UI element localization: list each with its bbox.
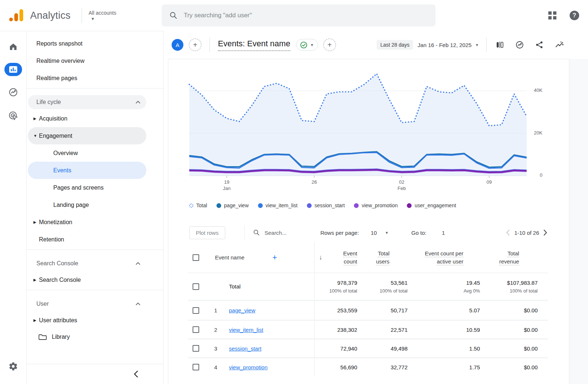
sidebar-item-realtime-overview[interactable]: Realtime overview xyxy=(26,52,163,69)
topbar-divider xyxy=(82,8,82,23)
home-icon[interactable] xyxy=(4,39,22,54)
sidebar-item-events[interactable]: Events xyxy=(28,162,146,179)
column-header-total-revenue[interactable]: Total revenue xyxy=(499,250,519,266)
row-checkbox[interactable] xyxy=(193,307,199,314)
y-axis-label: 40K xyxy=(530,87,542,93)
sidebar-item-acquisition[interactable]: ▶ Acquisition xyxy=(28,110,146,127)
goto-page-input[interactable]: 1 xyxy=(442,230,445,236)
legend-item-view_promotion[interactable]: view_promotion xyxy=(354,202,398,208)
column-header-total-users[interactable]: Total users xyxy=(376,250,390,266)
chevron-up-icon xyxy=(136,302,140,305)
advertising-icon[interactable] xyxy=(4,108,22,123)
date-range-value[interactable]: Jan 16 - Feb 12, 2025 xyxy=(417,42,472,48)
legend-item-page_view[interactable]: page_view xyxy=(216,202,249,208)
x-axis-label: 19Jan xyxy=(212,179,241,191)
sidebar-item-pages-and-screens[interactable]: Pages and screens xyxy=(28,179,146,196)
help-icon[interactable]: ? xyxy=(570,11,579,20)
event-link[interactable]: session_start xyxy=(229,345,261,352)
insights-circle-icon[interactable] xyxy=(515,40,524,49)
admin-gear-icon[interactable] xyxy=(4,359,22,374)
column-header-event-count[interactable]: Event count xyxy=(322,250,357,266)
legend-label: Total xyxy=(196,202,207,208)
row-checkbox[interactable] xyxy=(193,326,199,333)
main-content: A + Events: Event name ▼ + Last 28 days … xyxy=(164,31,588,384)
total-users: 53,561 xyxy=(358,280,408,286)
column-header-event-count-per-active-user[interactable]: Event count per active user xyxy=(425,250,463,266)
chevron-down-icon[interactable]: ▼ xyxy=(475,43,479,47)
sidebar-item-overview[interactable]: Overview xyxy=(28,144,146,162)
reports-icon[interactable] xyxy=(4,63,22,76)
sidebar-item-library[interactable]: Library xyxy=(26,329,163,345)
folder-icon xyxy=(39,334,47,340)
legend-label: session_start xyxy=(315,202,345,208)
event-link[interactable]: view_promotion xyxy=(229,364,268,370)
page-title[interactable]: Events: Event name xyxy=(218,39,290,51)
account-switcher-label: All accounts xyxy=(89,10,116,16)
table-search-input[interactable] xyxy=(265,230,305,236)
chart-svg xyxy=(188,64,529,179)
caret-right-icon: ▶ xyxy=(28,116,39,121)
table-search[interactable] xyxy=(253,229,305,236)
sidebar-item-user-attributes[interactable]: ▶ User attributes xyxy=(28,312,146,329)
legend-item-view_item_list[interactable]: view_item_list xyxy=(258,202,298,208)
sort-descending-icon[interactable]: ↓ xyxy=(315,254,322,261)
legend-item-session_start[interactable]: session_start xyxy=(307,202,345,208)
avatar[interactable]: A xyxy=(172,39,183,51)
add-column-button[interactable]: + xyxy=(272,253,277,262)
row-checkbox[interactable] xyxy=(193,364,199,370)
next-page-icon[interactable] xyxy=(543,229,548,236)
share-icon[interactable] xyxy=(535,40,544,49)
y-axis-label: 0 xyxy=(530,172,542,178)
table-total-row: Total 978,379 100% of total 53,561 100% … xyxy=(188,273,548,301)
add-comparison-button[interactable]: + xyxy=(189,39,201,51)
legend-swatch xyxy=(189,204,193,208)
select-all-checkbox[interactable] xyxy=(193,254,199,261)
sidebar-item-search-console[interactable]: ▶ Search Console xyxy=(28,271,146,288)
plot-rows-button[interactable]: Plot rows xyxy=(189,226,225,239)
section-search-console[interactable]: Search Console xyxy=(28,256,146,270)
column-header-event-name[interactable]: Event name xyxy=(215,254,244,261)
row-checkbox[interactable] xyxy=(193,283,199,290)
explore-icon[interactable] xyxy=(4,85,22,100)
divider xyxy=(209,38,210,52)
caret-right-icon: ▶ xyxy=(28,318,39,322)
chevron-down-icon[interactable]: ▼ xyxy=(385,231,388,235)
legend-item-user_engagement[interactable]: user_engagement xyxy=(407,202,456,208)
divider xyxy=(26,250,163,250)
row-checkbox[interactable] xyxy=(193,345,199,352)
sidebar-item-realtime-pages[interactable]: Realtime pages xyxy=(26,69,163,87)
rows-per-page-select[interactable]: 10 xyxy=(371,230,377,236)
table-header-row: Event name + ↓ Event count Tot xyxy=(188,242,548,273)
sidebar-item-monetization[interactable]: ▶ Monetization xyxy=(28,213,146,231)
total-area-fill xyxy=(189,74,527,176)
x-axis-label: 02Feb xyxy=(387,179,416,191)
caret-right-icon: ▶ xyxy=(28,220,39,224)
report-status-pill[interactable]: ▼ xyxy=(296,39,318,51)
legend-item-Total[interactable]: Total xyxy=(189,202,207,208)
event-link[interactable]: view_item_list xyxy=(229,327,263,333)
legend-label: view_promotion xyxy=(362,202,398,208)
add-report-button[interactable]: + xyxy=(323,39,336,51)
x-axis-label: 09 xyxy=(474,179,504,185)
sidebar-item-retention[interactable]: Retention xyxy=(28,231,146,248)
rows-per-page-label: Rows per page: xyxy=(320,230,359,236)
global-search[interactable] xyxy=(162,4,435,26)
account-switcher[interactable]: All accounts ▼ xyxy=(89,10,116,21)
date-range-chip: Last 28 days xyxy=(377,40,413,50)
google-apps-grid-icon[interactable] xyxy=(548,11,556,19)
sidebar-item-engagement[interactable]: ▼ Engagement xyxy=(28,127,146,144)
global-search-input[interactable] xyxy=(184,12,419,19)
comparison-icon[interactable] xyxy=(495,40,504,49)
total-event-count-per-active-user: 19.45 xyxy=(408,280,480,286)
section-life-cycle[interactable]: Life cycle xyxy=(28,95,146,109)
sidebar-item-reports-snapshot[interactable]: Reports snapshot xyxy=(26,35,163,52)
goto-label: Go to: xyxy=(411,230,426,236)
insights-sparkle-icon[interactable] xyxy=(555,40,564,49)
section-user[interactable]: User xyxy=(28,297,146,311)
event-link[interactable]: page_view xyxy=(229,307,255,313)
y-axis-label: 20K xyxy=(530,130,542,136)
sidebar-item-landing-page[interactable]: Landing page xyxy=(28,196,146,213)
previous-page-icon[interactable] xyxy=(505,229,510,236)
table-controls: Plot rows Rows per page: 10 ▼ Go to: 1 xyxy=(188,225,548,240)
collapse-sidebar-icon[interactable] xyxy=(133,370,139,378)
